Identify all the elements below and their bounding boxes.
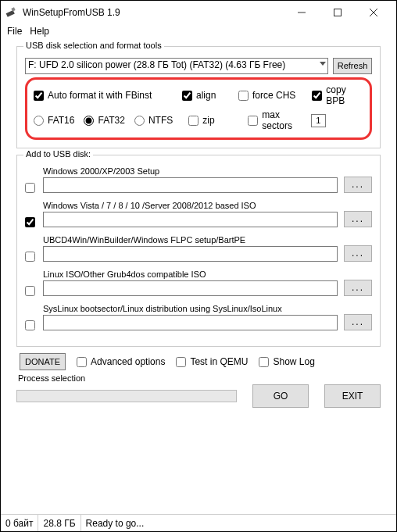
go-button[interactable]: GO: [252, 384, 309, 408]
exit-button[interactable]: EXIT: [324, 384, 381, 408]
ntfs-radio[interactable]: NTFS: [134, 115, 173, 126]
progress-bar: [16, 390, 237, 402]
show-log-checkbox[interactable]: Show Log: [259, 356, 314, 367]
row-winvista-path[interactable]: [43, 212, 338, 227]
status-bar: 0 байт 28.8 ГБ Ready to go...: [1, 514, 396, 531]
align-checkbox[interactable]: align: [182, 90, 223, 101]
advanced-options-checkbox[interactable]: Advanced options: [77, 356, 165, 367]
minimize-button[interactable]: [284, 1, 320, 24]
disk-selection-legend: USB disk selection and format tools: [23, 41, 164, 50]
format-options-highlight: Auto format it with FBinst align force C…: [25, 77, 372, 140]
row-linuxiso-label: Linux ISO/Other Grub4dos compatible ISO: [43, 270, 338, 279]
row-syslinux: SysLinux bootsector/Linux distribution u…: [25, 304, 372, 330]
row-win2000-checkbox[interactable]: [25, 183, 35, 193]
fat16-radio[interactable]: FAT16: [34, 115, 74, 126]
zip-checkbox[interactable]: zip: [188, 115, 232, 126]
row-ubcd-checkbox[interactable]: [25, 252, 35, 262]
process-selection-label: Process selection: [18, 373, 381, 383]
row-ubcd-browse[interactable]: ...: [344, 245, 372, 262]
menu-file[interactable]: File: [7, 26, 22, 37]
svg-rect-0: [6, 10, 15, 17]
autoformat-input[interactable]: [34, 91, 44, 101]
fat32-radio[interactable]: FAT32: [84, 115, 124, 126]
row-linuxiso: Linux ISO/Other Grub4dos compatible ISO …: [25, 270, 372, 296]
row-winvista-label: Windows Vista / 7 / 8 / 10 /Server 2008/…: [43, 201, 338, 210]
row-linuxiso-browse[interactable]: ...: [344, 280, 372, 296]
disk-select[interactable]: F: UFD 2.0 silicon power (28.8 ГБ Tot) (…: [25, 58, 328, 74]
row-syslinux-checkbox[interactable]: [25, 320, 35, 330]
row-winvista-checkbox[interactable]: [25, 217, 35, 227]
add-to-usb-legend: Add to USB disk:: [23, 149, 93, 159]
row-syslinux-label: SysLinux bootsector/Linux distribution u…: [43, 304, 338, 313]
app-icon: [5, 6, 18, 19]
row-syslinux-path[interactable]: [43, 315, 338, 330]
maxsectors-checkbox[interactable]: max sectors 1: [248, 109, 326, 131]
maximize-button[interactable]: [320, 1, 356, 24]
row-ubcd-path[interactable]: [43, 246, 338, 262]
status-size: 28.8 ГБ: [38, 515, 80, 531]
copybpb-checkbox[interactable]: copy BPB: [312, 84, 363, 106]
title-bar: WinSetupFromUSB 1.9: [1, 1, 396, 24]
status-bytes: 0 байт: [1, 515, 38, 531]
row-win2000-browse[interactable]: ...: [344, 177, 372, 193]
row-syslinux-browse[interactable]: ...: [344, 314, 372, 330]
row-winvista-browse[interactable]: ...: [344, 211, 372, 227]
row-win2000-label: Windows 2000/XP/2003 Setup: [43, 166, 338, 176]
row-win2000: Windows 2000/XP/2003 Setup ...: [25, 166, 372, 193]
refresh-button[interactable]: Refresh: [333, 58, 372, 74]
close-button[interactable]: [356, 1, 392, 24]
add-to-usb-fieldset: Add to USB disk: Windows 2000/XP/2003 Se…: [16, 155, 381, 347]
menu-help[interactable]: Help: [30, 26, 49, 37]
autoformat-label: Auto format it with FBinst: [48, 90, 152, 101]
row-linuxiso-path[interactable]: [43, 280, 338, 296]
row-ubcd-label: UBCD4Win/WinBuilder/Windows FLPC setup/B…: [43, 235, 338, 245]
row-winvista: Windows Vista / 7 / 8 / 10 /Server 2008/…: [25, 201, 372, 227]
autoformat-checkbox[interactable]: Auto format it with FBinst: [34, 90, 166, 101]
row-linuxiso-checkbox[interactable]: [25, 286, 35, 296]
test-qemu-checkbox[interactable]: Test in QEMU: [176, 356, 248, 367]
donate-button[interactable]: DONATE: [20, 353, 66, 370]
svg-rect-3: [334, 9, 342, 16]
disk-selection-fieldset: USB disk selection and format tools F: U…: [16, 46, 381, 148]
menu-bar: File Help: [1, 24, 396, 41]
row-win2000-path[interactable]: [43, 177, 338, 193]
forcechs-checkbox[interactable]: force CHS: [238, 90, 296, 101]
status-message: Ready to go...: [81, 515, 396, 531]
row-ubcd: UBCD4Win/WinBuilder/Windows FLPC setup/B…: [25, 235, 372, 262]
maxsectors-value[interactable]: 1: [311, 114, 327, 127]
window-title: WinSetupFromUSB 1.9: [23, 7, 284, 18]
